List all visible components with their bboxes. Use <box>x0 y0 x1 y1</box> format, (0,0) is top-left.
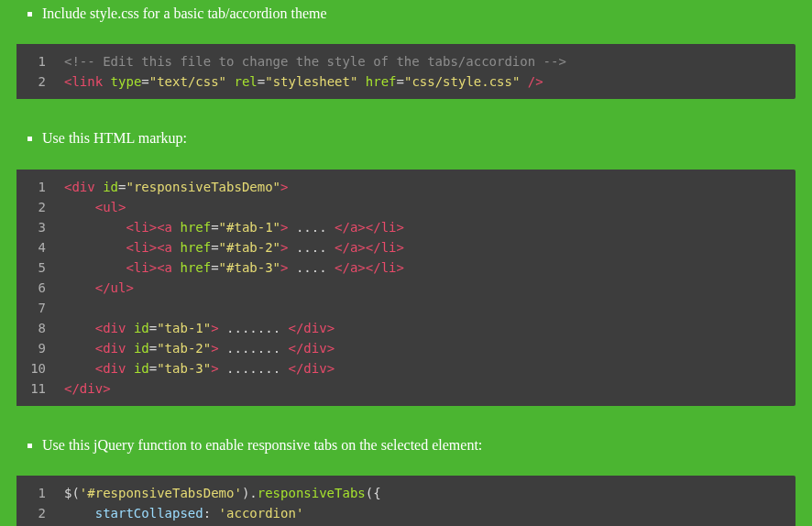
code-token: = <box>397 74 404 89</box>
code-line: $('#responsiveTabsDemo').responsiveTabs(… <box>64 483 786 503</box>
line-number: 1 <box>26 177 46 197</box>
line-number: 9 <box>26 338 46 358</box>
code-token: rel <box>234 74 257 89</box>
code-line: <li><a href="#tab-3"> .... </a></li> <box>64 258 786 278</box>
line-number-gutter: 1234567891011 <box>16 170 55 406</box>
code-token: </div> <box>288 361 335 376</box>
code-token: /> <box>528 74 543 89</box>
code-token: href <box>366 74 397 89</box>
code-token: <div <box>95 321 126 335</box>
code-token <box>64 506 95 521</box>
code-content: $('#responsiveTabsDemo').responsiveTabs(… <box>55 476 796 526</box>
code-token: > <box>211 361 218 376</box>
line-number: 2 <box>26 503 46 523</box>
code-token: "css/style.css" <box>404 74 520 89</box>
code-token: <li><a <box>126 260 172 275</box>
line-number: 2 <box>26 197 46 217</box>
code-token: '#responsiveTabsDemo' <box>80 486 242 500</box>
code-token: = <box>149 341 157 356</box>
code-token <box>126 341 133 356</box>
code-token: = <box>141 74 148 89</box>
code-token <box>103 74 110 89</box>
code-token: "tab-1" <box>157 321 211 335</box>
code-token: <link <box>64 74 103 89</box>
instruction-list: Use this HTML markup: <box>16 125 796 156</box>
code-token: $( <box>64 486 80 500</box>
code-token: "tab-3" <box>157 361 211 376</box>
code-token: <li><a <box>126 220 172 235</box>
code-token: = <box>211 240 218 255</box>
code-token <box>126 361 133 376</box>
code-line: <li><a href="#tab-1"> .... </a></li> <box>64 217 786 237</box>
code-token: "#tab-2" <box>219 240 280 255</box>
line-number: 1 <box>26 51 46 71</box>
line-number: 7 <box>26 298 46 318</box>
code-token: <div <box>64 180 95 194</box>
code-token: "#tab-3" <box>219 260 280 275</box>
code-line: <div id="tab-2"> ....... </div> <box>64 338 786 358</box>
line-number: 1 <box>26 483 46 503</box>
code-token <box>64 200 95 214</box>
code-token: = <box>149 321 157 335</box>
line-number: 5 <box>26 258 46 278</box>
code-token: <!-- Edit this file to change the style … <box>64 54 566 69</box>
code-token: ....... <box>219 321 289 335</box>
code-token: id <box>103 180 118 194</box>
code-line: <!-- Edit this file to change the style … <box>64 51 786 71</box>
code-content: <div id="responsiveTabsDemo"> <ul> <li><… <box>55 170 796 406</box>
code-token: </a></li> <box>335 260 404 275</box>
code-token: "text/css" <box>149 74 226 89</box>
code-token <box>95 180 103 194</box>
instruction-item: Include style.css for a basic tab/accord… <box>42 0 796 31</box>
code-token: </a></li> <box>335 240 404 255</box>
code-token: .... <box>288 260 335 275</box>
line-number: 10 <box>26 358 46 378</box>
code-block: 123$('#responsiveTabsDemo').responsiveTa… <box>16 476 796 526</box>
code-token: = <box>258 74 265 89</box>
code-token: id <box>134 321 149 335</box>
code-token: </ul> <box>95 280 134 295</box>
code-token: 'accordion' <box>219 506 304 521</box>
code-token: = <box>211 220 218 235</box>
code-block: 1234567891011<div id="responsiveTabsDemo… <box>16 170 796 406</box>
line-number: 2 <box>26 71 46 92</box>
code-token: </a></li> <box>335 220 404 235</box>
code-token <box>64 321 95 335</box>
instruction-list: Use this jQuery function to enable respo… <box>16 432 796 463</box>
code-token: <li><a <box>126 240 172 255</box>
line-number: 6 <box>26 278 46 298</box>
code-token <box>64 341 95 356</box>
line-number: 4 <box>26 237 46 258</box>
code-token <box>126 321 133 335</box>
code-token: <div <box>95 341 126 356</box>
code-line: <link type="text/css" rel="stylesheet" h… <box>64 71 786 92</box>
code-token <box>64 361 95 376</box>
code-token: id <box>134 361 149 376</box>
code-line: <div id="responsiveTabsDemo"> <box>64 177 786 197</box>
instruction-item: Use this HTML markup: <box>42 125 796 156</box>
code-line: <li><a href="#tab-2"> .... </a></li> <box>64 237 786 258</box>
code-token: href <box>180 240 211 255</box>
code-token: = <box>211 260 218 275</box>
code-line <box>64 298 786 318</box>
code-token: href <box>180 260 211 275</box>
code-token: startCollapsed <box>95 506 203 521</box>
code-token: "stylesheet" <box>265 74 357 89</box>
code-token: ....... <box>219 361 289 376</box>
code-token: "tab-2" <box>157 341 211 356</box>
line-number: 11 <box>26 378 46 399</box>
code-token: .... <box>288 240 335 255</box>
code-token: > <box>211 321 218 335</box>
code-token: > <box>280 180 288 194</box>
code-token: = <box>149 361 157 376</box>
code-content: <!-- Edit this file to change the style … <box>55 44 796 99</box>
code-token: > <box>211 341 218 356</box>
line-number-gutter: 123 <box>16 476 55 526</box>
code-token: : <box>203 506 219 521</box>
code-token: ({ <box>366 486 381 500</box>
code-line: <div id="tab-3"> ....... </div> <box>64 358 786 378</box>
instruction-list: Include style.css for a basic tab/accord… <box>16 0 796 31</box>
code-token: </div> <box>64 381 111 396</box>
code-token: <ul> <box>95 200 126 214</box>
code-token <box>520 74 527 89</box>
